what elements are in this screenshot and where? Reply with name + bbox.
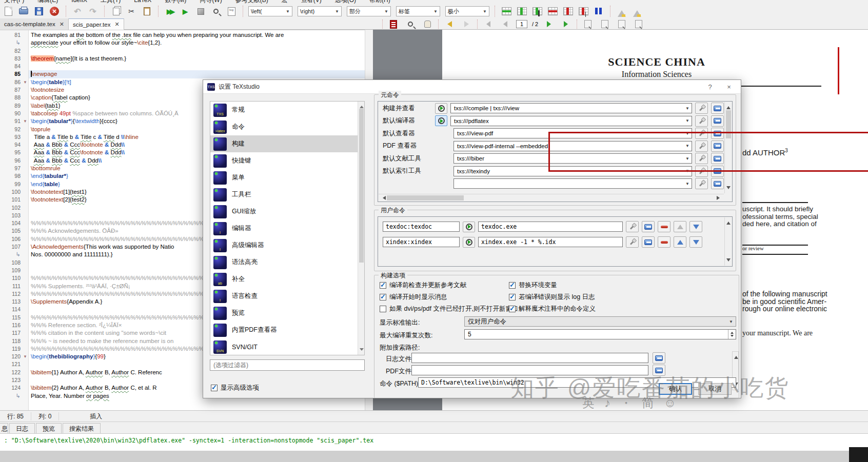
restore-default-button[interactable]: [711, 103, 724, 114]
restore-default-button[interactable]: [711, 140, 724, 152]
open-file-button[interactable]: [17, 5, 30, 17]
configure-command-button[interactable]: [695, 166, 708, 177]
configure-command-button[interactable]: [626, 221, 639, 232]
user-vertical-scrollbar[interactable]: [724, 217, 732, 266]
settings-category-SVN/GIT[interactable]: SVNSVN/GIT: [210, 338, 364, 355]
option-filter-input[interactable]: [210, 359, 365, 371]
tab-close-icon[interactable]: ✕: [114, 21, 119, 28]
table-add-column-button[interactable]: [516, 5, 528, 17]
pdf-prev-page-button[interactable]: [499, 18, 511, 30]
configure-command-button[interactable]: [626, 236, 639, 248]
meta-command-select[interactable]: txs:///view-pdf-internal --embed​ded▼: [453, 141, 692, 151]
user-command-input[interactable]: [478, 222, 623, 232]
triangle-tool-2-button[interactable]: [631, 5, 643, 17]
table-cut-column-button[interactable]: [577, 5, 589, 17]
configure-command-button[interactable]: [695, 178, 708, 189]
pdf-page-input[interactable]: [516, 20, 527, 28]
new-file-button[interactable]: [2, 5, 14, 17]
dialog-help-button[interactable]: ?: [702, 83, 718, 91]
meta-command-select[interactable]: txs:///view-pdf▼: [453, 128, 692, 138]
restore-default-button[interactable]: [711, 153, 724, 164]
settings-category-内置PDF查看器[interactable]: 内置PDF查看器: [210, 322, 364, 338]
redo-button[interactable]: ↷: [87, 5, 99, 17]
bottom-tab-3[interactable]: 预览: [36, 423, 62, 433]
spinner-arrows-icon[interactable]: [728, 330, 736, 339]
pdf-zoom-original-button[interactable]: [582, 18, 594, 30]
pdf-hand-tool-button[interactable]: [421, 18, 433, 30]
restore-default-button[interactable]: [642, 236, 655, 248]
bottom-tab-4[interactable]: 搜索结果: [63, 423, 101, 433]
pdf-fit-page-button[interactable]: [633, 18, 645, 30]
table-add-row-button[interactable]: [500, 5, 512, 17]
pdf-last-page-button[interactable]: [560, 18, 572, 30]
sidebar-scrollbar[interactable]: [358, 102, 364, 355]
toolbar-dropdown[interactable]: 标签▼: [396, 6, 440, 16]
build-option-checkbox[interactable]: 解释魔术注释中的命令定义: [509, 303, 596, 315]
meta-command-select[interactable]: txs:///texindy▼: [453, 166, 692, 176]
code-line[interactable]: ↳appreciate your effort to follow our st…: [0, 39, 365, 47]
settings-category-语法高亮[interactable]: 语法高亮: [210, 254, 364, 271]
settings-category-预览[interactable]: 预览: [210, 305, 364, 322]
configure-command-button[interactable]: [695, 153, 708, 164]
scrollbar-thumb[interactable]: [726, 110, 731, 138]
close-file-button[interactable]: ✕: [48, 5, 61, 17]
pdf-zoom-tool-button[interactable]: [404, 18, 417, 30]
settings-category-命令[interactable]: >latex命令: [210, 118, 364, 135]
user-command-name-input[interactable]: [383, 222, 460, 232]
restore-default-button[interactable]: [711, 166, 724, 177]
paste-button[interactable]: [141, 5, 153, 17]
bottom-tab-1[interactable]: 息: [0, 423, 8, 433]
settings-category-菜单[interactable]: 菜单: [210, 169, 364, 186]
code-line[interactable]: 82: [0, 47, 365, 55]
build-option-checkbox[interactable]: 如果 dvi/ps/pdf 文件已经打开,则不打开新窗口: [380, 303, 518, 315]
dialog-close-button[interactable]: ×: [721, 83, 737, 91]
log-button[interactable]: log: [225, 5, 238, 17]
table-remove-row-button[interactable]: [546, 5, 559, 17]
max-repeat-stepper[interactable]: 5: [464, 329, 736, 339]
log-file-browse-button[interactable]: [653, 352, 665, 364]
pdf-forward-button[interactable]: [460, 18, 472, 30]
build-option-checkbox[interactable]: 若编译错误则显示 log 日志: [509, 291, 596, 303]
user-command-name-input[interactable]: [383, 237, 460, 247]
code-line[interactable]: 84: [0, 63, 365, 70]
copy-button[interactable]: [110, 5, 122, 17]
stop-button[interactable]: [194, 5, 207, 17]
restore-default-button[interactable]: [711, 128, 724, 139]
tab-close-icon[interactable]: ✕: [60, 21, 64, 28]
meta-command-select[interactable]: txs:///pdflatex▼: [450, 116, 692, 126]
restore-default-button[interactable]: [711, 115, 724, 127]
meta-command-select[interactable]: txs:///compile | txs:///view▼: [450, 103, 692, 113]
move-down-button[interactable]: [689, 236, 702, 248]
meta-vertical-scrollbar[interactable]: [724, 102, 732, 193]
settings-category-快捷键[interactable]: 快捷键: [210, 152, 364, 169]
build-option-checkbox[interactable]: 替换环境变量: [509, 279, 596, 291]
settings-category-构建[interactable]: 构建: [210, 135, 364, 152]
move-up-button[interactable]: [674, 236, 686, 248]
show-advanced-options-checkbox[interactable]: 显示高级选项: [211, 382, 259, 394]
restore-default-button[interactable]: [711, 178, 724, 189]
bottom-tab-2[interactable]: 日志: [9, 423, 35, 433]
table-align-columns-button[interactable]: [593, 5, 605, 17]
undo-button[interactable]: ↶: [71, 5, 84, 17]
build-and-view-button[interactable]: ▶▶: [164, 5, 176, 17]
move-down-button[interactable]: [689, 221, 702, 232]
run-command-button[interactable]: [435, 103, 447, 114]
settings-category-工具栏[interactable]: 工具栏: [210, 186, 364, 203]
settings-category-语言检查[interactable]: I语言检查: [210, 288, 364, 305]
cut-button[interactable]: ✂: [125, 5, 137, 17]
toolbar-dropdown[interactable]: \left(▼: [248, 6, 292, 16]
pdf-fit-text-button[interactable]: [616, 18, 628, 30]
restore-default-button[interactable]: [642, 221, 655, 232]
settings-category-编辑器[interactable]: I编辑器: [210, 220, 364, 237]
configure-command-button[interactable]: [695, 128, 708, 139]
settings-category-补全[interactable]: ab补全: [210, 271, 364, 288]
pdf-first-page-button[interactable]: [482, 18, 495, 30]
configure-command-button[interactable]: [695, 115, 708, 127]
settings-category-常规[interactable]: TXS常规: [210, 102, 364, 118]
build-option-checkbox[interactable]: 编译开始时显示消息: [380, 291, 518, 303]
view-button[interactable]: [210, 5, 222, 17]
meta-command-select[interactable]: txs:///biber▼: [453, 153, 692, 164]
move-up-button[interactable]: [674, 221, 686, 232]
table-paste-column-button[interactable]: [531, 5, 543, 17]
pdf-next-page-button[interactable]: [543, 18, 555, 30]
